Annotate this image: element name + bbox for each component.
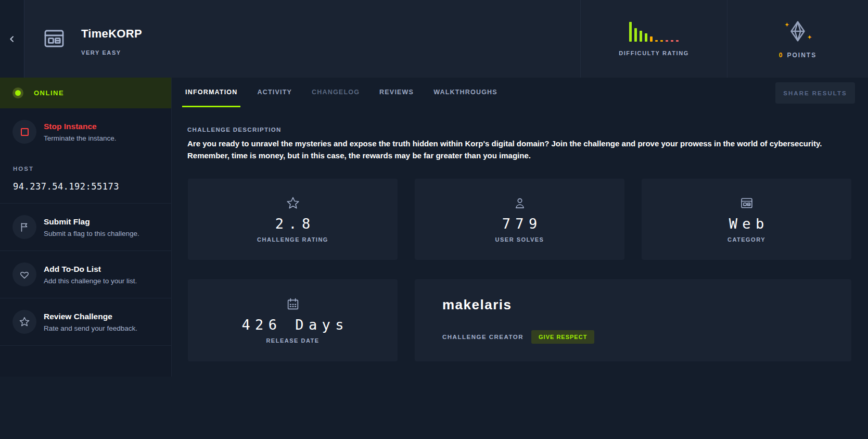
difficulty-bar <box>671 40 673 42</box>
creator-label: CHALLENGE CREATOR <box>442 334 524 340</box>
user-solves-label: USER SOLVES <box>495 236 544 243</box>
difficulty-bar <box>640 31 642 42</box>
sidebar-item-submit-flag[interactable]: Submit Flag Submit a flag to this challe… <box>0 204 171 250</box>
host-block: HOST 94.237.54.192:55173 <box>0 155 171 204</box>
challenge-title: TimeKORP <box>81 27 142 41</box>
tab-changelog[interactable]: CHANGELOG <box>312 89 360 107</box>
challenge-rating-label: CHALLENGE RATING <box>257 236 328 243</box>
difficulty-bar <box>660 40 663 42</box>
difficulty-rating-label: DIFFICULTY RATING <box>619 50 689 56</box>
difficulty-bar <box>655 40 658 42</box>
points-section: ✦ ✦ 0POINTS <box>727 0 868 78</box>
difficulty-rating-chart <box>629 22 679 42</box>
challenge-rating-value: 2.8 <box>275 216 315 232</box>
back-button[interactable] <box>0 0 24 78</box>
sidebar-item-add-todo[interactable]: Add To-Do List Add this challenge to you… <box>0 250 171 298</box>
stats-grid: 2.8 CHALLENGE RATING 779 USER SOLVES <box>188 179 851 361</box>
difficulty-bar <box>634 28 637 42</box>
creator-row: CHALLENGE CREATOR GIVE RESPECT <box>442 330 594 344</box>
user-icon <box>513 196 527 210</box>
sidebar-item-subtitle: Add this challenge to your list. <box>44 277 137 285</box>
heart-icon <box>12 262 36 286</box>
difficulty-bar <box>645 33 647 42</box>
category-card: Web CATEGORY <box>642 179 851 260</box>
sidebar-item-title: Review Challenge <box>44 312 137 321</box>
challenge-rating-card: 2.8 CHALLENGE RATING <box>188 179 398 260</box>
challenge-brand: TimeKORP VERY EASY <box>42 26 142 56</box>
category-label: CATEGORY <box>727 236 765 243</box>
chevron-left-icon <box>8 35 16 43</box>
challenge-page: TimeKORP VERY EASY DIFFICULTY RATING ✦ ✦… <box>0 0 868 439</box>
creator-name: makelaris <box>442 297 512 313</box>
sidebar-item-stop-instance[interactable]: Stop Instance Terminate the instance. <box>0 108 171 155</box>
stop-icon <box>12 120 36 144</box>
page-header: TimeKORP VERY EASY DIFFICULTY RATING ✦ ✦… <box>0 0 868 78</box>
calendar-icon <box>286 297 300 311</box>
tab-walkthroughs[interactable]: WALKTHROUGHS <box>433 89 497 107</box>
sidebar-item-subtitle: Submit a flag to this challenge. <box>44 230 139 237</box>
user-solves-card: 779 USER SOLVES <box>415 179 624 260</box>
sidebar-item-review-challenge[interactable]: Review Challenge Rate and send your feed… <box>0 298 171 345</box>
release-date-label: RELEASE DATE <box>266 337 319 344</box>
browser-icon <box>42 26 67 51</box>
sidebar-divider <box>0 345 171 346</box>
sidebar-item-title: Submit Flag <box>44 217 139 227</box>
share-results-button[interactable]: SHARE RESULTS <box>775 82 855 104</box>
challenge-heading: TimeKORP VERY EASY <box>81 26 142 56</box>
difficulty-bar <box>650 36 653 42</box>
release-date-value: 426 Days <box>241 317 349 333</box>
tab-bar: INFORMATION ACTIVITY CHANGELOG REVIEWS W… <box>185 89 497 107</box>
difficulty-bar <box>629 22 632 42</box>
instance-status-banner: ONLINE <box>0 78 171 108</box>
difficulty-rating-section: DIFFICULTY RATING <box>580 0 727 78</box>
sparkle-icon: ✦ <box>785 22 789 28</box>
category-value: Web <box>729 216 769 232</box>
difficulty-bar <box>666 40 668 42</box>
sidebar: ONLINE Stop Instance Terminate the insta… <box>0 78 172 377</box>
challenge-description-label: CHALLENGE DESCRIPTION <box>187 127 282 133</box>
difficulty-bar <box>676 40 679 42</box>
creator-card: makelaris CHALLENGE CREATOR GIVE RESPECT <box>415 279 851 361</box>
challenge-description-text: Are you ready to unravel the mysteries a… <box>187 137 854 162</box>
sparkle-icon: ✦ <box>808 35 812 40</box>
difficulty-badge: VERY EASY <box>81 49 142 56</box>
browser-icon <box>739 196 754 210</box>
online-status-icon <box>12 87 23 98</box>
points-label: POINTS <box>787 52 817 59</box>
give-respect-button[interactable]: GIVE RESPECT <box>531 330 594 344</box>
instance-status-label: ONLINE <box>34 89 64 97</box>
sidebar-item-subtitle: Terminate the instance. <box>44 134 117 142</box>
tab-reviews[interactable]: REVIEWS <box>379 89 414 107</box>
points-row: 0POINTS <box>779 52 816 59</box>
sidebar-item-subtitle: Rate and send your feedback. <box>44 324 137 332</box>
star-icon <box>12 310 36 334</box>
tab-activity[interactable]: ACTIVITY <box>257 89 292 107</box>
host-label: HOST <box>13 166 171 172</box>
points-value: 0 <box>779 52 784 59</box>
host-address[interactable]: 94.237.54.192:55173 <box>13 181 171 192</box>
release-date-card: 426 Days RELEASE DATE <box>188 279 398 361</box>
user-solves-value: 779 <box>502 216 542 232</box>
gem-icon: ✦ ✦ <box>786 19 810 43</box>
tab-information[interactable]: INFORMATION <box>185 89 237 107</box>
star-icon <box>286 196 300 210</box>
sidebar-item-title: Stop Instance <box>44 122 117 131</box>
sidebar-item-title: Add To-Do List <box>44 265 137 274</box>
flag-icon <box>12 215 36 239</box>
